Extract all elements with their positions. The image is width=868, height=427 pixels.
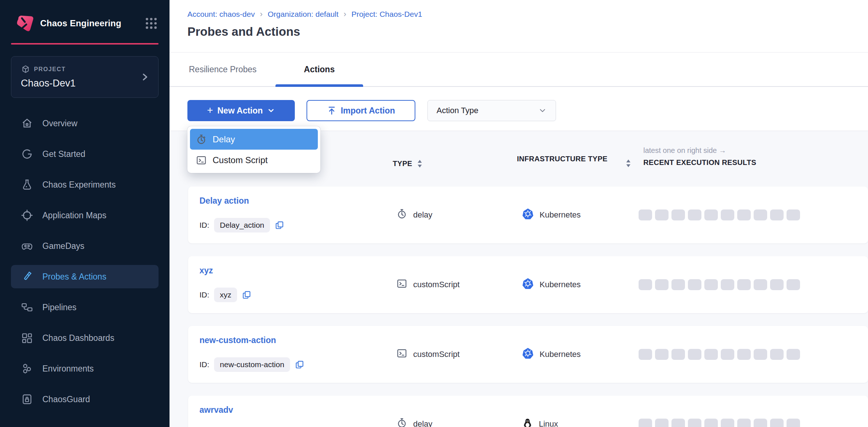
hexagons-icon	[20, 362, 34, 375]
execution-result-pill	[721, 279, 734, 290]
terminal-icon	[396, 278, 407, 291]
new-action-menu: Delay Custom Script	[187, 126, 320, 173]
app-root: Chaos Engineering PROJECT Chaos-Dev1	[0, 0, 868, 427]
sidebar-item-chaosguard[interactable]: ChaosGuard	[11, 388, 159, 411]
action-type-filter[interactable]: Action Type	[427, 100, 556, 121]
execution-result-pill	[737, 279, 751, 290]
action-name-link[interactable]: xyz	[199, 266, 213, 276]
column-header-infrastructure: INFRASTRUCTURE TYPE	[517, 154, 608, 164]
chevron-down-icon	[267, 107, 275, 115]
menu-item-delay[interactable]: Delay	[190, 129, 318, 150]
upload-icon	[327, 106, 336, 115]
sidebar-item-environments[interactable]: Environments	[11, 357, 159, 380]
chevron-down-icon	[538, 106, 547, 115]
chevron-right-icon	[140, 72, 149, 82]
breadcrumb-project[interactable]: Project: Chaos-Dev1	[351, 10, 422, 19]
breadcrumb-separator: ›	[260, 9, 262, 19]
action-id-badge: new-custom-action	[214, 357, 290, 372]
plus-icon: +	[207, 105, 213, 115]
execution-result-pill	[754, 209, 767, 220]
sidebar-item-gamedays[interactable]: GameDays	[11, 234, 159, 258]
kubernetes-icon	[522, 278, 534, 292]
new-action-button[interactable]: + New Action	[187, 100, 295, 121]
sort-icon[interactable]	[417, 160, 422, 168]
home-icon	[20, 117, 34, 130]
action-name-link[interactable]: Delay action	[199, 196, 249, 206]
execution-result-pill	[704, 209, 718, 220]
project-selector[interactable]: PROJECT Chaos-Dev1	[11, 56, 159, 98]
brand-divider	[11, 43, 159, 45]
column-header-recent-results: RECENT EXECUTION RESULTS	[643, 158, 756, 167]
execution-result-pill	[671, 209, 685, 220]
breadcrumb-account[interactable]: Account: chaos-dev	[187, 10, 255, 19]
execution-results-placeholder	[639, 279, 800, 290]
execution-result-pill	[639, 209, 652, 220]
sidebar-item-probes-actions[interactable]: Probes & Actions	[11, 265, 159, 288]
recent-results-note: latest one on right side →	[643, 146, 756, 155]
terminal-icon	[196, 155, 207, 166]
execution-result-pill	[770, 209, 784, 220]
app-switcher-icon[interactable]	[144, 16, 159, 31]
page-header: Account: chaos-dev › Organization: defau…	[170, 0, 868, 53]
stopwatch-icon	[196, 134, 207, 145]
execution-result-pill	[671, 419, 685, 427]
execution-result-pill	[688, 209, 701, 220]
cube-icon	[21, 65, 30, 74]
execution-result-pill	[639, 279, 652, 290]
sidebar: Chaos Engineering PROJECT Chaos-Dev1	[0, 0, 170, 427]
page-title: Probes and Actions	[187, 25, 868, 39]
main-content: Account: chaos-dev › Organization: defau…	[170, 0, 868, 427]
execution-result-pill	[655, 279, 669, 290]
execution-result-pill	[655, 349, 669, 360]
copy-icon[interactable]	[295, 360, 304, 369]
terminal-icon	[396, 348, 407, 361]
sidebar-item-pipelines[interactable]: Pipelines	[11, 296, 159, 319]
execution-results-placeholder	[639, 419, 800, 427]
execution-result-pill	[721, 349, 734, 360]
action-row: Delay action ID: Delay_action delay	[188, 186, 868, 243]
execution-result-pill	[754, 279, 767, 290]
execution-result-pill	[704, 349, 718, 360]
execution-result-pill	[787, 279, 800, 290]
execution-result-pill	[671, 279, 685, 290]
execution-results-placeholder	[639, 209, 800, 220]
harness-chaos-logo	[14, 13, 34, 34]
sidebar-item-chaos-experiments[interactable]: Chaos Experiments	[11, 173, 159, 196]
menu-item-custom-script[interactable]: Custom Script	[190, 150, 318, 170]
sidebar-item-get-started[interactable]: Get Started	[11, 142, 159, 166]
sidebar-item-application-maps[interactable]: Application Maps	[11, 204, 159, 227]
execution-result-pill	[737, 349, 751, 360]
action-name-link[interactable]: new-custom-action	[199, 335, 276, 345]
active-tab-indicator	[275, 84, 363, 87]
execution-result-pill	[737, 419, 751, 427]
breadcrumb-organization[interactable]: Organization: default	[268, 10, 339, 19]
brand-title: Chaos Engineering	[40, 18, 121, 28]
brand-row: Chaos Engineering	[0, 0, 170, 34]
execution-result-pill	[688, 349, 701, 360]
action-id-badge: xyz	[214, 288, 237, 302]
execution-result-pill	[639, 349, 652, 360]
tab-bar: Resilience Probes Actions	[170, 53, 868, 87]
project-name: Chaos-Dev1	[21, 78, 149, 89]
execution-result-pill	[704, 419, 718, 427]
stopwatch-icon	[396, 418, 407, 427]
tab-resilience-probes[interactable]: Resilience Probes	[189, 65, 270, 74]
sidebar-item-chaos-dashboards[interactable]: Chaos Dashboards	[11, 326, 159, 350]
tab-actions[interactable]: Actions	[275, 53, 363, 86]
copy-icon[interactable]	[275, 220, 284, 230]
breadcrumb: Account: chaos-dev › Organization: defau…	[187, 9, 868, 19]
execution-result-pill	[639, 419, 652, 427]
shield-lock-icon	[20, 393, 34, 406]
sidebar-item-overview[interactable]: Overview	[11, 112, 159, 135]
import-action-button[interactable]: Import Action	[307, 100, 415, 121]
action-name-link[interactable]: awrvadv	[199, 405, 233, 415]
crosshair-icon	[20, 209, 34, 222]
execution-result-pill	[721, 419, 734, 427]
execution-result-pill	[655, 209, 669, 220]
execution-result-pill	[770, 419, 784, 427]
execution-result-pill	[671, 349, 685, 360]
sort-icon[interactable]	[626, 159, 631, 167]
execution-result-pill	[787, 349, 800, 360]
breadcrumb-separator: ›	[344, 9, 346, 19]
copy-icon[interactable]	[242, 290, 251, 300]
